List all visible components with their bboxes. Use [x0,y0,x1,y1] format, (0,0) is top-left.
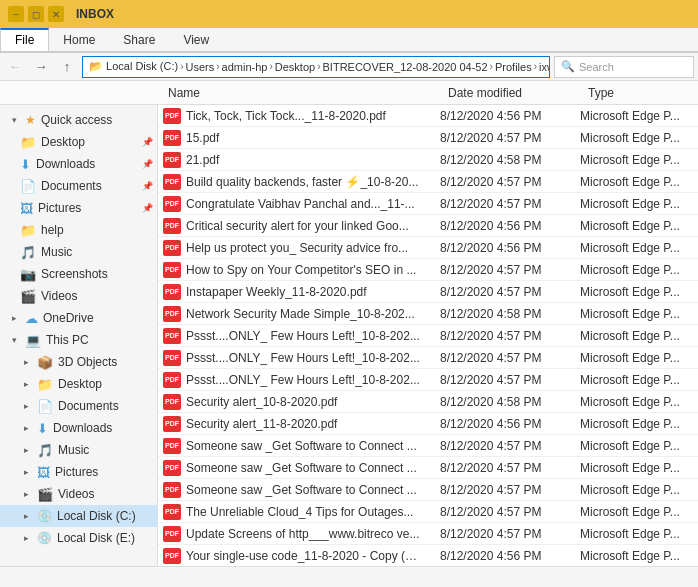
file-name: 15.pdf [182,131,440,145]
sidebar-item-pictures[interactable]: 🖼 Pictures 📌 [0,197,157,219]
tab-file[interactable]: File [0,28,49,51]
file-icon: PDF [162,546,182,566]
file-name: How to Spy on Your Competitor's SEO in .… [182,263,440,277]
folder-desktop-icon: 📁 [37,377,53,392]
file-type: Microsoft Edge P... [580,307,698,321]
sidebar-label-quickaccess: Quick access [41,113,112,127]
file-name: Someone saw _Get Software to Connect ... [182,483,440,497]
table-row[interactable]: PDFHow to Spy on Your Competitor's SEO i… [158,259,698,281]
sidebar-item-desktop-pc[interactable]: ▸ 📁 Desktop [0,373,157,395]
col-header-date[interactable]: Date modified [440,86,580,100]
table-row[interactable]: PDFBuild quality backends, faster ⚡_10-8… [158,171,698,193]
file-icon: PDF [162,128,182,148]
file-list: PDFTick, Tock, Tick Tock..._11-8-2020.pd… [158,105,698,566]
tab-view[interactable]: View [169,28,223,51]
chevron-down-icon-2: ▾ [8,334,20,346]
sidebar-item-locale[interactable]: ▸ 💿 Local Disk (E:) [0,527,157,549]
chevron-right-icon-5: ▸ [20,422,32,434]
table-row[interactable]: PDFTick, Tock, Tick Tock..._11-8-2020.pd… [158,105,698,127]
table-row[interactable]: PDFCritical security alert for your link… [158,215,698,237]
table-row[interactable]: PDF21.pdf8/12/2020 4:58 PMMicrosoft Edge… [158,149,698,171]
table-row[interactable]: PDFSecurity alert_11-8-2020.pdf8/12/2020… [158,413,698,435]
table-row[interactable]: PDFYour single-use code_11-8-2020 - Copy… [158,545,698,566]
table-row[interactable]: PDFCongratulate Vaibhav Panchal and..._1… [158,193,698,215]
file-icon: PDF [162,414,182,434]
folder-doc-icon: 📄 [37,399,53,414]
search-box[interactable]: 🔍 Search [554,56,694,78]
chevron-right-icon-4: ▸ [20,400,32,412]
table-row[interactable]: PDFSomeone saw _Get Software to Connect … [158,479,698,501]
sidebar-label-videos-pc: Videos [58,487,94,501]
chevron-right-icon-2: ▸ [20,356,32,368]
sidebar-item-localc[interactable]: ▸ 💿 Local Disk (C:) [0,505,157,527]
table-row[interactable]: PDFNetwork Security Made Simple_10-8-202… [158,303,698,325]
file-icon: PDF [162,150,182,170]
sidebar-item-onedrive[interactable]: ▸ ☁ OneDrive [0,307,157,329]
file-name: The Unreliable Cloud_4 Tips for Outages.… [182,505,440,519]
table-row[interactable]: PDFHelp us protect you_ Security advice … [158,237,698,259]
sidebar-item-quickaccess[interactable]: ▾ ★ Quick access [0,109,157,131]
tab-home[interactable]: Home [49,28,109,51]
table-row[interactable]: PDFPssst....ONLY_ Few Hours Left!_10-8-2… [158,325,698,347]
table-row[interactable]: PDFUpdate Screens of http___www.bitreco … [158,523,698,545]
sidebar-item-screenshots[interactable]: 📷 Screenshots [0,263,157,285]
table-row[interactable]: PDFInstapaper Weekly_11-8-2020.pdf8/12/2… [158,281,698,303]
table-row[interactable]: PDFSomeone saw _Get Software to Connect … [158,435,698,457]
sidebar-item-pictures-pc[interactable]: ▸ 🖼 Pictures [0,461,157,483]
chevron-right-icon-3: ▸ [20,378,32,390]
sidebar-item-help[interactable]: 📁 help [0,219,157,241]
sidebar-item-downloads-pc[interactable]: ▸ ⬇ Downloads [0,417,157,439]
col-header-name[interactable]: Name [160,86,440,100]
table-row[interactable]: PDFSecurity alert_10-8-2020.pdf8/12/2020… [158,391,698,413]
file-icon: PDF [162,458,182,478]
file-name: Security alert_10-8-2020.pdf [182,395,440,409]
file-icon: PDF [162,524,182,544]
sidebar-item-music[interactable]: 🎵 Music [0,241,157,263]
tab-share[interactable]: Share [109,28,169,51]
sidebar-item-videos[interactable]: 🎬 Videos [0,285,157,307]
table-row[interactable]: PDFSomeone saw _Get Software to Connect … [158,457,698,479]
file-type: Microsoft Edge P... [580,505,698,519]
sidebar-item-downloads[interactable]: ⬇ Downloads 📌 [0,153,157,175]
sidebar-label-downloads: Downloads [36,157,95,171]
file-icon: PDF [162,238,182,258]
table-row[interactable]: PDFPssst....ONLY_ Few Hours Left!_10-8-2… [158,369,698,391]
file-name: Build quality backends, faster ⚡_10-8-20… [182,175,440,189]
sidebar-item-documents[interactable]: 📄 Documents 📌 [0,175,157,197]
file-date: 8/12/2020 4:57 PM [440,351,580,365]
address-bar-row: ← → ↑ 📂 Local Disk (C:) › Users › admin-… [0,53,698,81]
table-row[interactable]: PDFThe Unreliable Cloud_4 Tips for Outag… [158,501,698,523]
ribbon-tabs: File Home Share View [0,28,698,52]
music-icon: 🎵 [20,245,36,260]
sidebar-item-documents-pc[interactable]: ▸ 📄 Documents [0,395,157,417]
sidebar-label-localc: Local Disk (C:) [57,509,136,523]
table-row[interactable]: PDFPssst....ONLY_ Few Hours Left!_10-8-2… [158,347,698,369]
title-bar: − ◻ ✕ INBOX [0,0,698,28]
title-bar-title: INBOX [76,7,114,21]
restore-icon[interactable]: ◻ [28,6,44,22]
minimize-icon[interactable]: − [8,6,24,22]
file-icon: PDF [162,392,182,412]
ribbon: File Home Share View [0,28,698,53]
sidebar-label-screenshots: Screenshots [41,267,108,281]
table-row[interactable]: PDF15.pdf8/12/2020 4:57 PMMicrosoft Edge… [158,127,698,149]
sidebar-item-desktop[interactable]: 📁 Desktop 📌 [0,131,157,153]
back-button[interactable]: ← [4,56,26,78]
sidebar-item-videos-pc[interactable]: ▸ 🎬 Videos [0,483,157,505]
file-date: 8/12/2020 4:57 PM [440,373,580,387]
address-box[interactable]: 📂 Local Disk (C:) › Users › admin-hp › D… [82,56,550,78]
chevron-right-icon-10: ▸ [20,532,32,544]
col-header-type[interactable]: Type [580,86,698,100]
sidebar-item-3dobjects[interactable]: ▸ 📦 3D Objects [0,351,157,373]
up-button[interactable]: ↑ [56,56,78,78]
file-date: 8/12/2020 4:57 PM [440,197,580,211]
sidebar-item-music-pc[interactable]: ▸ 🎵 Music [0,439,157,461]
file-date: 8/12/2020 4:58 PM [440,153,580,167]
file-name: Update Screens of http___www.bitreco ve.… [182,527,440,541]
sidebar-label-music-pc: Music [58,443,89,457]
disk-e-icon: 💿 [37,531,52,545]
close-icon[interactable]: ✕ [48,6,64,22]
search-icon: 🔍 [561,60,575,73]
forward-button[interactable]: → [30,56,52,78]
sidebar-item-thispc[interactable]: ▾ 💻 This PC [0,329,157,351]
